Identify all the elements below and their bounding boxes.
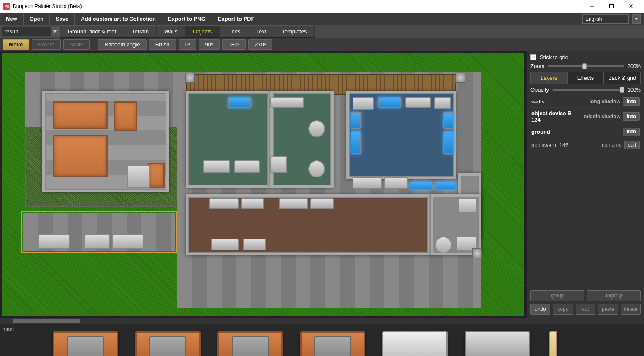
menu-export-png[interactable]: Export to PNG [162,13,212,25]
tab-ground[interactable]: Ground, floor & roof [60,25,124,38]
paste-button[interactable]: paste [598,304,618,315]
layer-row[interactable]: walls long shadow into [530,95,641,108]
opacity-value: 100% [628,87,641,93]
chevron-down-icon [635,18,638,20]
zoom-value: 200% [628,63,641,69]
layer-target-dropdown[interactable]: result [2,27,59,36]
group-button[interactable]: group [530,290,584,301]
tool-brush[interactable]: Brush [149,39,176,50]
language-select[interactable]: English [582,14,629,24]
asset-category-label: main [3,326,14,332]
minimize-icon [590,4,594,8]
ungroup-button[interactable]: ungroup [587,290,641,301]
cut-button[interactable]: cut [576,304,595,315]
layer-shadow: long shadow [590,98,620,104]
category-toolbar: result Ground, floor & roof Terrain Wall… [0,25,644,38]
window-titlebar: Ps Dungeon Painter Studio (Beta) [0,0,644,13]
angle-0[interactable]: 0º [179,39,196,50]
tab-terrain[interactable]: Terrain [124,25,157,38]
menu-save[interactable]: Save [50,13,75,25]
maximize-icon [609,4,614,8]
layer-name: object device B 124 [531,110,581,123]
layer-shadow: no name [602,142,622,148]
menu-export-pdf[interactable]: Export to PDF [212,13,261,25]
delete-button[interactable]: delete [621,304,641,315]
asset-item[interactable]: device A [380,331,450,356]
main-menu-bar: New Open Save Add custom art to Collecti… [0,13,644,25]
layer-name: walls [531,98,587,105]
tab-walls[interactable]: Walls [157,25,185,38]
window-close-button[interactable] [621,0,641,13]
angle-270[interactable]: 270º [248,39,272,50]
angle-90[interactable]: 90º [199,39,220,50]
opacity-slider[interactable] [552,89,624,91]
layer-row[interactable]: ground into [530,126,641,138]
asset-thumb [300,331,365,356]
tool-scale: Scale [63,39,90,50]
asset-thumb [53,331,118,356]
layer-shadow: middle shadow [584,114,620,120]
scrollbar-thumb[interactable] [13,319,80,323]
angle-180[interactable]: 180º [222,39,246,50]
svg-rect-1 [610,5,614,8]
layer-list: walls long shadow into object device B 1… [530,95,641,151]
asset-thumb [135,331,201,356]
rp-tab-layers[interactable]: Layers [531,72,568,84]
asset-item[interactable]: container 2x1 B [133,331,203,356]
asset-thumb [382,331,448,356]
zoom-label: Zoom [530,63,544,69]
asset-item[interactable]: container 2x1 D [298,331,367,356]
map-canvas[interactable] [0,51,527,318]
asset-item[interactable]: device B [462,331,532,356]
rp-tab-effects[interactable]: Effects [568,72,604,84]
tool-random-angle[interactable]: Random angle [98,39,147,50]
language-dropdown-button[interactable] [632,14,641,24]
zoom-slider[interactable] [548,65,624,67]
asset-item[interactable] [545,331,562,356]
asset-item[interactable]: container 2x1 A [51,331,120,356]
tab-templates[interactable]: Templates [274,25,315,38]
rp-tab-back-grid[interactable]: Back & grid [604,72,640,84]
tab-objects[interactable]: Objects [185,25,220,38]
asset-thumb [217,331,283,356]
tool-toolbar: Move Rotate Scale Random angle Brush 0º … [0,38,644,51]
layer-into-button[interactable]: into [623,97,640,106]
layer-row[interactable]: plot swarm 146 no name edit [530,139,641,151]
app-icon: Ps [3,3,10,10]
undo-button[interactable]: undo [530,304,550,315]
layer-name: ground [531,129,618,135]
menu-new[interactable]: New [0,13,24,25]
window-minimize-button[interactable] [582,0,602,13]
svg-marker-4 [635,18,638,20]
right-panel: ✓ Stick to grid Zoom 200% Layers Effects… [527,51,644,318]
menu-open[interactable]: Open [24,13,50,25]
copy-button[interactable]: copy [553,304,573,315]
asset-scrollbar[interactable] [0,318,644,324]
asset-panel: main container 2x1 A container 2x1 B con… [0,318,644,356]
tool-move[interactable]: Move [3,39,29,50]
asset-thumb [549,331,557,356]
layer-row[interactable]: object device B 124 middle shadow into [530,109,641,125]
stick-to-grid-checkbox[interactable]: ✓ [530,54,536,60]
right-panel-tabs: Layers Effects Back & grid [530,72,641,84]
opacity-label: Opacity [530,87,549,93]
layer-into-button[interactable]: into [623,128,640,136]
tab-text[interactable]: Text [248,25,274,38]
menu-add-custom-art[interactable]: Add custom art to Collection [75,13,162,25]
layer-edit-button[interactable]: edit [624,141,640,149]
window-title: Dungeon Painter Studio (Beta) [13,3,582,9]
stick-to-grid-label: Stick to grid [540,54,568,60]
asset-thumb [465,331,530,356]
tool-rotate: Rotate [32,39,60,50]
window-maximize-button[interactable] [602,0,621,13]
close-icon [629,4,633,8]
layer-into-button[interactable]: into [623,112,640,121]
svg-marker-5 [53,30,57,33]
dropdown-arrow-icon [51,27,58,36]
tab-lines[interactable]: Lines [220,25,248,38]
asset-item[interactable]: container 2x1 C [215,331,285,356]
layer-name: plot swarm 146 [531,142,599,148]
layer-target-value: result [5,28,18,35]
